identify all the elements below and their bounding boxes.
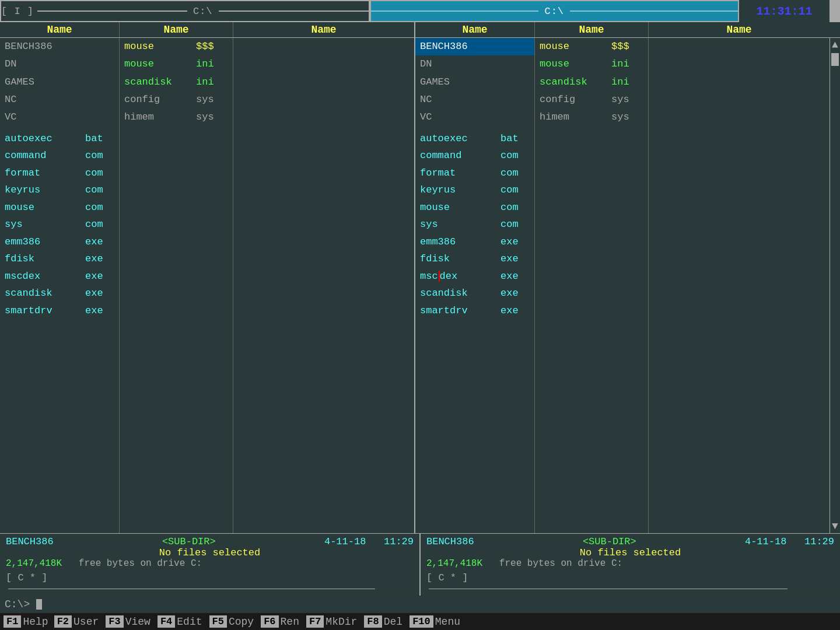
right-status-line1: BENCH386 <SUB-DIR> 4-11-18 11:29 [426,536,834,547]
right-dir-VC[interactable]: VC [415,108,534,126]
left-status: BENCH386 <SUB-DIR> 4-11-18 11:29 No file… [0,534,421,571]
scroll-up-arrow[interactable]: ▲ [830,38,840,52]
left-dir-BENCH386[interactable]: BENCH386 [0,38,119,55]
left-panel: BENCH386 DN GAMES NC VC autoexecbat comm… [0,38,415,533]
right-col3-header: Name [649,22,830,37]
left-col2-scandisk-ini[interactable]: scandiskini [120,74,233,91]
left-col1: BENCH386 DN GAMES NC VC autoexecbat comm… [0,38,120,533]
left-file-fdisk[interactable]: fdiskexe [0,250,119,268]
left-dir-DN[interactable]: DN [0,55,119,73]
left-file-keyrus[interactable]: keyruscom [0,181,119,199]
right-col2-mouse-sss[interactable]: mouse$$$ [535,38,648,55]
left-col3-header: Name [233,22,414,37]
fkey-F6[interactable]: F6 Ren [261,615,299,628]
right-free-bytes: 2,147,418K free bytes on drive C: [426,558,834,569]
left-file-autoexec[interactable]: autoexecbat [0,130,119,148]
cmd-cursor [36,599,42,610]
left-status-date: 4-11-18 11:29 [324,536,414,547]
right-file-keyrus[interactable]: keyruscom [415,181,534,199]
right-file-mscdex[interactable]: mscdexexe [415,268,534,285]
right-col2: mouse$$$ mouseini scandiskini configsys … [535,38,649,533]
right-file-fdisk[interactable]: fdiskexe [415,250,534,268]
cmd-line[interactable]: C:\> [0,596,840,612]
left-status-line1: BENCH386 <SUB-DIR> 4-11-18 11:29 [6,536,414,547]
left-file-sys[interactable]: syscom [0,216,119,233]
right-no-files: No files selected [426,547,834,558]
fkey-F4-num: F4 [158,615,175,628]
fkeys-bar: F1 Help F2 User F3 View F4 Edit F5 Copy … [0,612,840,630]
scrollbar-top[interactable]: ▲ [830,0,840,22]
left-dir-GAMES[interactable]: GAMES [0,74,119,91]
left-drive-bar: [ C * ] [0,571,421,596]
right-dir-GAMES[interactable]: GAMES [415,74,534,91]
left-file-command[interactable]: commandcom [0,147,119,164]
right-dir-NC[interactable]: NC [415,91,534,108]
fkey-F7-label: MkDir [326,616,357,628]
screen: [ I ] C:\ C:\ 11:31:11 ▲ Name Name Name … [0,0,840,630]
left-file-mouse[interactable]: mousecom [0,199,119,216]
left-free-bytes: 2,147,418K free bytes on drive C: [6,558,414,569]
right-col1-header: Name [415,22,535,37]
right-file-smartdrv[interactable]: smartdrvexe [415,302,534,320]
left-status-name: BENCH386 [6,536,54,547]
right-dir-BENCH386[interactable]: BENCH386 [415,38,534,55]
fkey-F4[interactable]: F4 Edit [158,615,202,628]
scroll-thumb[interactable] [831,53,839,66]
clock: 11:31:11 [739,0,830,22]
fkey-F1[interactable]: F1 Help [4,615,48,628]
fkey-F3[interactable]: F3 View [106,615,150,628]
right-status: BENCH386 <SUB-DIR> 4-11-18 11:29 No file… [421,534,840,571]
left-col2-header: Name [120,22,233,37]
left-col2-mouse-sss[interactable]: mouse$$$ [120,38,233,55]
fkey-F5[interactable]: F5 Copy [209,615,254,628]
fkey-F3-num: F3 [106,615,123,628]
left-status-type: <SUB-DIR> [162,536,216,547]
right-file-autoexec[interactable]: autoexecbat [415,130,534,148]
right-drive-label: C:\ [538,6,570,17]
fkey-F6-num: F6 [261,615,278,628]
drive-bars: [ C * ] [ C * ] [0,571,840,596]
fkey-F10-label: Menu [435,616,460,628]
left-col2-mouse-ini[interactable]: mouseini [120,55,233,73]
left-panel-title: [ I ] C:\ [0,0,370,22]
scrollbar[interactable]: ▲ ▼ [830,38,840,533]
right-file-mouse[interactable]: mousecom [415,199,534,216]
left-dir-NC[interactable]: NC [0,91,119,108]
right-file-format[interactable]: formatcom [415,164,534,182]
fkey-F1-num: F1 [4,615,21,628]
fkey-F5-label: Copy [229,616,254,628]
fkey-F2[interactable]: F2 User [54,615,99,628]
fkey-F8[interactable]: F8 Del [364,615,402,628]
fkey-F7[interactable]: F7 MkDir [306,615,357,628]
left-col2-himem-sys[interactable]: himemsys [120,108,233,126]
right-col1: BENCH386 DN GAMES NC VC autoexecbat comm… [415,38,535,533]
left-dir-VC[interactable]: VC [0,108,119,126]
fkey-F3-label: View [125,616,150,628]
fkey-F8-label: Del [384,616,402,628]
right-status-type: <SUB-DIR> [583,536,636,547]
right-file-command[interactable]: commandcom [415,147,534,164]
left-file-mscdex[interactable]: mscdexexe [0,268,119,285]
fkey-F1-label: Help [23,616,48,628]
status-row1: BENCH386 <SUB-DIR> 4-11-18 11:29 No file… [0,534,840,571]
left-col2-config-sys[interactable]: configsys [120,91,233,108]
fkey-F2-num: F2 [54,615,72,628]
right-col2-config-sys[interactable]: configsys [535,91,648,108]
right-file-emm386[interactable]: emm386exe [415,233,534,251]
right-col2-himem-sys[interactable]: himemsys [535,108,648,126]
left-no-files: No files selected [6,547,414,558]
scroll-down-arrow[interactable]: ▼ [830,519,840,533]
right-col2-scandisk-ini[interactable]: scandiskini [535,74,648,91]
right-col2-mouse-ini[interactable]: mouseini [535,55,648,73]
status-area: BENCH386 <SUB-DIR> 4-11-18 11:29 No file… [0,533,840,596]
fkey-F5-num: F5 [209,615,227,628]
right-file-scandisk[interactable]: scandiskexe [415,285,534,302]
fkey-F4-label: Edit [177,616,202,628]
left-file-smartdrv[interactable]: smartdrvexe [0,302,119,320]
right-file-sys[interactable]: syscom [415,216,534,233]
left-file-scandisk[interactable]: scandiskexe [0,285,119,302]
left-file-emm386[interactable]: emm386exe [0,233,119,251]
right-dir-DN[interactable]: DN [415,55,534,73]
left-file-format[interactable]: formatcom [0,164,119,182]
fkey-F10[interactable]: F10 Menu [410,615,460,628]
